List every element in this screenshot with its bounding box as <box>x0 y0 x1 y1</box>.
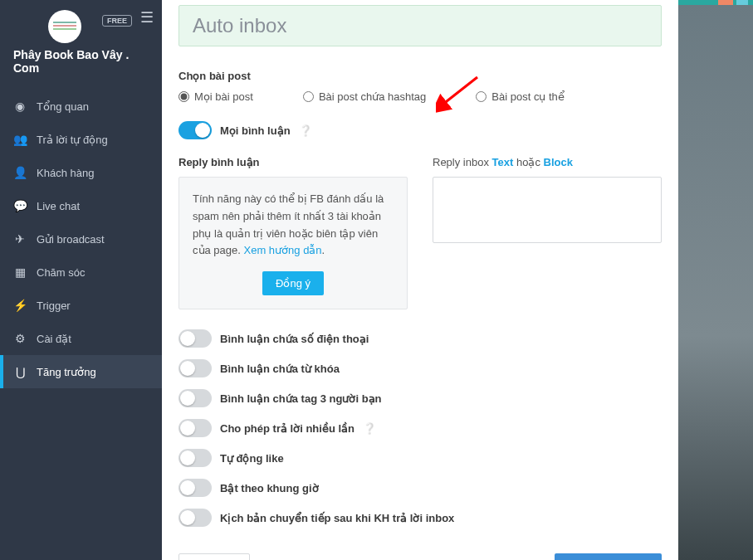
bolt-icon: ⚡ <box>13 299 27 312</box>
reply-comment-info: Tính năng này có thể bị FB đánh dấu là s… <box>178 177 408 309</box>
magnet-icon: ⋃ <box>13 365 27 378</box>
radio-option-0[interactable]: Mọi bài post <box>178 90 253 103</box>
users-icon: 👥 <box>13 133 27 146</box>
toggle-row-5: Bật theo khung giờ <box>178 479 662 497</box>
nav-list: ◉Tổng quan👥Trả lời tự động👤Khách hàng💬Li… <box>0 90 162 388</box>
toggle-4[interactable] <box>178 449 212 467</box>
nav-label: Trả lời tự động <box>37 134 108 146</box>
chat-icon: 💬 <box>13 199 27 212</box>
dashboard-icon: ◉ <box>13 100 27 113</box>
toggle-2[interactable] <box>178 389 212 407</box>
nav-item-tăng-trưởng[interactable]: ⋃Tăng trưởng <box>0 355 162 388</box>
toggle-row-0: Bình luận chứa số điện thoại <box>178 329 662 348</box>
toggle-label: Bật theo khung giờ <box>220 482 319 494</box>
radio-input[interactable] <box>303 91 314 102</box>
user-icon: 👤 <box>13 166 27 179</box>
toggle-label: Tự động like <box>220 452 284 465</box>
every-comment-toggle[interactable] <box>178 121 212 139</box>
add-button[interactable]: Thêm <box>555 553 662 560</box>
nav-label: Tổng quan <box>37 100 89 113</box>
toggle-label: Bình luận chứa tag 3 người bạn <box>220 392 382 405</box>
toggle-1[interactable] <box>178 359 212 377</box>
post-select-label: Chọn bài post <box>178 70 662 82</box>
radio-label: Bài post cụ thể <box>491 90 565 103</box>
reply-inbox-column: Reply inbox Text hoặc Block <box>433 156 662 309</box>
radio-option-2[interactable]: Bài post cụ thể <box>476 90 565 103</box>
reply-comment-header: Reply bình luận <box>178 156 408 168</box>
free-badge: FREE <box>102 15 132 27</box>
radio-input[interactable] <box>178 91 189 102</box>
radio-option-1[interactable]: Bài post chứa hashtag <box>303 90 426 103</box>
toggle-6[interactable] <box>178 509 212 527</box>
footer-actions: ❮ Trở về Thêm <box>178 553 662 560</box>
sidebar: FREE ☰ Phây Book Bao Vây . Com ◉Tổng qua… <box>0 0 162 560</box>
hamburger-icon[interactable]: ☰ <box>140 8 154 27</box>
radio-label: Mọi bài post <box>194 90 253 103</box>
nav-item-gửi-broadcast[interactable]: ✈Gửi broadcast <box>0 222 162 256</box>
back-button[interactable]: ❮ Trở về <box>178 553 250 560</box>
nav-item-chăm-sóc[interactable]: ▦Chăm sóc <box>0 256 162 289</box>
toggle-label: Bình luận chứa từ khóa <box>220 363 340 375</box>
brand-area: FREE ☰ Phây Book Bao Vây . Com <box>0 0 162 90</box>
reply-comment-column: Reply bình luận Tính năng này có thể bị … <box>178 156 408 309</box>
nav-item-tổng-quan[interactable]: ◉Tổng quan <box>0 90 162 123</box>
nav-item-khách-hàng[interactable]: 👤Khách hàng <box>0 156 162 189</box>
toggle-label: Bình luận chứa số điện thoại <box>220 333 369 345</box>
radio-label: Bài post chứa hashtag <box>319 90 426 103</box>
toggle-5[interactable] <box>178 479 212 497</box>
nav-item-trigger[interactable]: ⚡Trigger <box>0 289 162 322</box>
nav-label: Live chat <box>37 200 80 212</box>
toggle-row-4: Tự động like <box>178 449 662 467</box>
nav-label: Tăng trưởng <box>37 366 96 378</box>
toggle-row-1: Bình luận chứa từ khóa <box>178 359 662 377</box>
nav-label: Khách hàng <box>37 167 94 179</box>
toggle-list: Bình luận chứa số điện thoạiBình luận ch… <box>178 329 662 527</box>
right-strip <box>678 0 753 560</box>
toggle-3[interactable] <box>178 419 212 437</box>
main-content: Auto inbox Chọn bài post Mọi bài postBài… <box>162 0 678 560</box>
every-comment-row: Mọi bình luận ❔ <box>178 121 662 139</box>
post-radio-group: Mọi bài postBài post chứa hashtagBài pos… <box>178 90 662 103</box>
help-icon[interactable]: ❔ <box>363 422 376 435</box>
info-link[interactable]: Xem hướng dẫn <box>244 244 322 256</box>
toggle-row-6: Kịch bản chuyển tiếp sau khi KH trả lời … <box>178 509 662 527</box>
reply-inbox-header: Reply inbox Text hoặc Block <box>433 156 662 168</box>
toggle-label: Cho phép trả lời nhiều lần <box>220 422 354 435</box>
page-title: Auto inbox <box>193 14 648 37</box>
block-link[interactable]: Block <box>544 156 573 168</box>
send-icon: ✈ <box>13 232 27 246</box>
help-icon[interactable]: ❔ <box>299 124 312 137</box>
toggle-row-3: Cho phép trả lời nhiều lần ❔ <box>178 419 662 437</box>
text-link[interactable]: Text <box>492 156 514 168</box>
reply-inbox-textarea[interactable] <box>433 177 662 243</box>
nav-label: Gửi broadcast <box>37 233 105 246</box>
every-comment-label: Mọi bình luận <box>220 124 291 137</box>
toggle-label: Kịch bản chuyển tiếp sau khi KH trả lời … <box>220 512 454 524</box>
brand-logo <box>48 10 81 43</box>
calendar-icon: ▦ <box>13 265 27 279</box>
toggle-row-2: Bình luận chứa tag 3 người bạn <box>178 389 662 407</box>
radio-input[interactable] <box>476 91 487 102</box>
nav-label: Trigger <box>37 299 71 312</box>
nav-item-cài-đặt[interactable]: ⚙Cài đặt <box>0 322 162 355</box>
page-title-box: Auto inbox <box>178 5 662 46</box>
nav-label: Cài đặt <box>37 333 71 345</box>
toggle-0[interactable] <box>178 329 212 348</box>
gear-icon: ⚙ <box>13 332 27 345</box>
nav-item-trả-lời-tự-động[interactable]: 👥Trả lời tự động <box>0 123 162 156</box>
nav-label: Chăm sóc <box>37 266 86 279</box>
agree-button[interactable]: Đồng ý <box>262 271 324 295</box>
brand-text: Phây Book Bao Vây . Com <box>8 48 154 75</box>
nav-item-live-chat[interactable]: 💬Live chat <box>0 189 162 222</box>
